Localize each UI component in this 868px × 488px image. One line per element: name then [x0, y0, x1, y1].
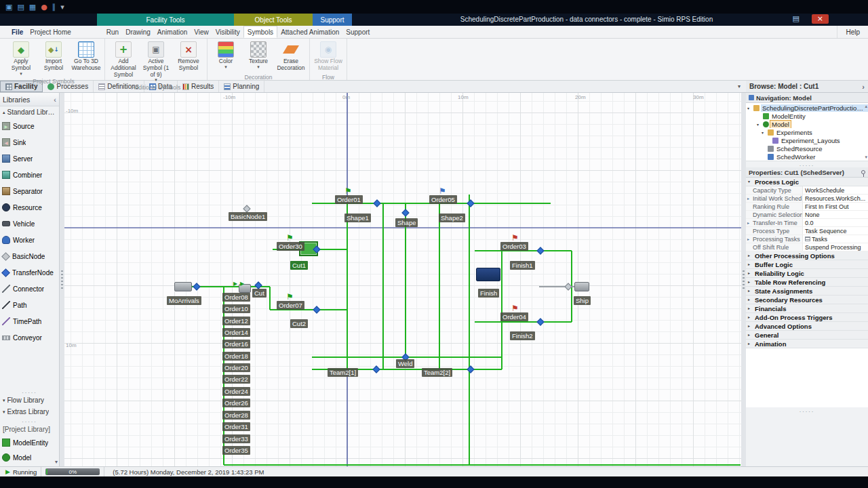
tab-overflow-icon[interactable]: ▾	[732, 81, 746, 92]
transfer-node-icon[interactable]	[467, 365, 474, 373]
node-label-order05[interactable]: Order05	[429, 195, 457, 204]
property-expander-icon[interactable]: ▸	[747, 219, 749, 226]
library-item-modelentity[interactable]: ModelEntity	[0, 435, 59, 450]
entity-flag-icon[interactable]: ⚑	[344, 187, 352, 195]
section-expander-icon[interactable]: ▸	[748, 322, 753, 331]
splitter-grip[interactable]: .....	[0, 388, 59, 394]
section-expander-icon[interactable]: ▾	[748, 178, 753, 186]
view-tab-planning[interactable]: Planning	[219, 81, 264, 92]
entity-flag-icon[interactable]: ⚑	[439, 187, 446, 195]
node-label-order20[interactable]: Order20	[222, 363, 250, 372]
library-item-server[interactable]: Server	[0, 150, 59, 167]
section-expander-icon[interactable]: ▸	[748, 269, 753, 278]
tree-expander-icon[interactable]: ▾	[747, 106, 752, 110]
style-icon[interactable]: ▤	[787, 14, 804, 24]
property-section-state-assignments[interactable]: ▸State Assignments	[746, 287, 868, 296]
node-label-order14[interactable]: Order14	[222, 328, 250, 337]
node-label-order31[interactable]: Order31	[222, 422, 250, 431]
property-value[interactable]: Suspend Processing	[803, 243, 868, 251]
tree-item-experiments[interactable]: ▾Experiments	[746, 128, 868, 136]
record-icon[interactable]: ●	[41, 3, 47, 11]
node-label-order33[interactable]: Order33	[222, 434, 250, 443]
property-value[interactable]: Resources.WorkSch...	[803, 195, 868, 202]
node-label-order22[interactable]: Order22	[222, 375, 250, 384]
tree-item-model[interactable]: ▾Model	[746, 120, 868, 128]
transfer-node-icon[interactable]	[193, 283, 200, 290]
scroll-down-icon[interactable]: ▾	[865, 155, 867, 160]
entity-flag-icon[interactable]: ⚑	[286, 234, 294, 242]
node-label-order26[interactable]: Order26	[222, 399, 250, 407]
ribbon-tab-run[interactable]: Run	[103, 26, 122, 38]
transfer-node-icon[interactable]	[536, 318, 544, 325]
collapse-panel-icon[interactable]: ‹	[54, 96, 56, 104]
ribbon-tab-animation[interactable]: Animation	[154, 26, 191, 38]
transfer-node-icon[interactable]	[467, 199, 474, 207]
library-item-conveyor[interactable]: Conveyor	[0, 329, 59, 346]
property-section-add-on-process-triggers[interactable]: ▸Add-On Process Triggers	[746, 313, 868, 322]
node-label-order30[interactable]: Order30	[277, 242, 304, 251]
sink-icon-ship[interactable]	[574, 282, 589, 291]
node-label-order07[interactable]: Order07	[277, 301, 304, 310]
tree-item-experiment-layouts[interactable]: Experiment_Layouts	[746, 136, 868, 144]
section-expander-icon[interactable]: ▸	[748, 287, 753, 296]
save-icon[interactable]: ▤	[17, 3, 24, 11]
property-section-secondary-resources[interactable]: ▸Secondary Resources	[746, 296, 868, 304]
node-label-basicnode1[interactable]: BasicNode1	[229, 212, 267, 221]
section-expander-icon[interactable]: ▸	[748, 340, 753, 348]
section-expander-icon[interactable]: ▸	[748, 304, 753, 313]
node-label-finish1[interactable]: Finish1	[510, 261, 535, 270]
erase-decoration-button[interactable]: Erase Decoration	[275, 40, 307, 73]
apply-symbol-button[interactable]: Apply Symbol▾	[5, 40, 37, 77]
node-label-cut1[interactable]: Cut1	[290, 261, 308, 270]
transfer-node-icon[interactable]	[372, 365, 380, 373]
node-label-shape2[interactable]: Shape2	[439, 214, 465, 222]
property-section-other-processing-options[interactable]: ▸Other Processing Options	[746, 251, 868, 260]
node-label-order10[interactable]: Order10	[222, 304, 250, 313]
property-value[interactable]: First In First Out	[803, 203, 868, 210]
add-additional-symbol-button[interactable]: Add Additional Symbol	[107, 40, 140, 79]
property-section-table-row-referencing[interactable]: ▸Table Row Referencing	[746, 278, 868, 287]
section-expander-icon[interactable]: ▸	[748, 260, 753, 269]
library-item-sink[interactable]: Sink	[0, 134, 59, 150]
library-item-connector[interactable]: Connector	[0, 281, 59, 297]
help-button[interactable]: Help	[837, 26, 868, 38]
node-label-team2-2[interactable]: Team2[2]	[422, 368, 452, 377]
property-section-animation[interactable]: ▸Animation	[746, 340, 868, 348]
extras-library-section[interactable]: ▾ Extras Library	[0, 406, 59, 418]
left-splitter[interactable]	[60, 93, 64, 466]
close-icon[interactable]: ×	[812, 14, 829, 24]
chevron-right-icon[interactable]: ›	[862, 83, 865, 91]
tree-item-schedworker[interactable]: SchedWorker	[746, 152, 868, 161]
library-item-vehicle[interactable]: Vehicle	[0, 216, 59, 232]
property-section-financials[interactable]: ▸Financials	[746, 304, 868, 313]
property-value[interactable]: Tasks	[803, 235, 868, 243]
transfer-node-icon[interactable]	[536, 247, 544, 254]
node-label-cut[interactable]: Cut	[252, 289, 267, 298]
ribbon-tab-view[interactable]: View	[191, 26, 212, 38]
facility-canvas[interactable]: -10m0m10m20m30m-10m10m ⚑⚑⚑⚑⚑⚑▶▶Order01Or…	[64, 93, 741, 466]
transfer-node-icon[interactable]	[313, 306, 320, 313]
property-value[interactable]: WorkSchedule	[803, 186, 868, 194]
node-label-order35[interactable]: Order35	[222, 446, 250, 455]
node-label-order28[interactable]: Order28	[222, 411, 250, 420]
entity-marker-icon[interactable]: ▶	[240, 281, 244, 287]
tree-expander-icon[interactable]: ▾	[757, 122, 762, 127]
texture-button[interactable]: Texture▾	[242, 40, 275, 70]
right-splitter[interactable]	[741, 93, 746, 466]
section-expander-icon[interactable]: ▸	[748, 313, 753, 322]
node-label-weld[interactable]: Weld	[396, 359, 414, 368]
property-section-reliability-logic[interactable]: ▸Reliability Logic	[746, 269, 868, 278]
transfer-node-icon[interactable]	[254, 281, 262, 289]
flow-library-section[interactable]: ▾ Flow Library	[0, 394, 59, 406]
remove-symbol-button[interactable]: Remove Symbol	[172, 40, 205, 73]
splitter-grip[interactable]: .....	[746, 161, 868, 167]
go-to-3d-warehouse-button[interactable]: Go To 3D Warehouse	[70, 40, 102, 73]
entity-flag-icon[interactable]: ⚑	[511, 304, 519, 312]
scroll-down-icon[interactable]: ▾	[55, 459, 58, 465]
splitter-grip[interactable]: .....	[746, 407, 868, 413]
table-icon[interactable]: ▦	[29, 3, 36, 11]
property-expander-icon[interactable]: ▸	[747, 195, 749, 202]
transfer-node-icon[interactable]	[373, 199, 380, 207]
property-section-buffer-logic[interactable]: ▸Buffer Logic	[746, 260, 868, 269]
section-expander-icon[interactable]: ▸	[748, 251, 753, 260]
